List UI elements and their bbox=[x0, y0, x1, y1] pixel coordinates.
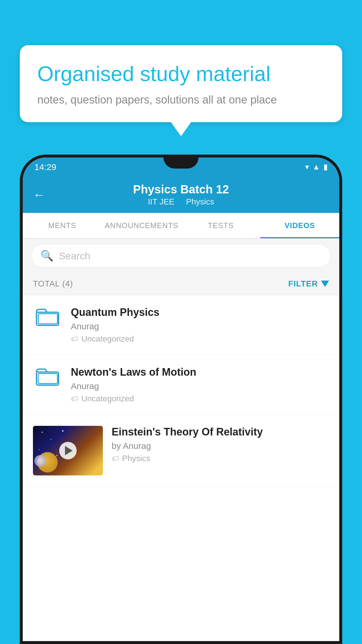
header-subtitle-physics: Physics bbox=[186, 197, 214, 206]
bubble-title: Organised study material bbox=[37, 61, 325, 86]
video-info: Einstein's Theory Of Relativity by Anura… bbox=[103, 426, 339, 463]
video-tag: 🏷 Uncategorized bbox=[71, 334, 329, 344]
folder-thumbnail bbox=[33, 366, 62, 386]
notch bbox=[164, 158, 198, 169]
tag-label: Uncategorized bbox=[81, 394, 134, 403]
speech-bubble: Organised study material notes, question… bbox=[20, 45, 342, 122]
tag-label: Uncategorized bbox=[81, 334, 134, 344]
phone-screen: 14:29 ▾ ▲ ▮ ← Physics Batch 12 IIT JEE P… bbox=[23, 158, 339, 641]
video-thumbnail bbox=[33, 426, 103, 475]
svg-rect-0 bbox=[36, 312, 59, 326]
video-title: Newton's Laws of Motion bbox=[71, 366, 329, 378]
app-header: ← Physics Batch 12 IIT JEE Physics bbox=[23, 176, 339, 213]
folder-icon bbox=[36, 306, 59, 327]
list-item[interactable]: Einstein's Theory Of Relativity by Anura… bbox=[23, 415, 339, 487]
search-input-wrap[interactable]: 🔍 Search bbox=[31, 244, 331, 267]
filter-icon bbox=[321, 281, 329, 287]
play-icon bbox=[65, 446, 73, 455]
tag-icon: 🏷 bbox=[112, 454, 119, 463]
tag-icon: 🏷 bbox=[71, 335, 78, 344]
battery-icon: ▮ bbox=[324, 162, 328, 172]
tab-bar: MENTS ANNOUNCEMENTS TESTS VIDEOS bbox=[23, 213, 339, 239]
tab-tests[interactable]: TESTS bbox=[181, 213, 260, 238]
list-item[interactable]: Newton's Laws of Motion Anurag 🏷 Uncateg… bbox=[23, 355, 339, 415]
status-bar: 14:29 ▾ ▲ ▮ bbox=[23, 158, 339, 176]
bubble-subtitle: notes, question papers, solutions all at… bbox=[37, 94, 325, 106]
back-button[interactable]: ← bbox=[33, 188, 45, 202]
tag-icon: 🏷 bbox=[71, 394, 78, 403]
svg-rect-2 bbox=[36, 372, 59, 385]
svg-rect-1 bbox=[38, 314, 57, 324]
search-icon: 🔍 bbox=[41, 250, 54, 262]
filter-button[interactable]: FILTER bbox=[288, 279, 329, 288]
video-author: by Anurag bbox=[112, 441, 331, 451]
wifi-icon: ▾ bbox=[305, 162, 309, 172]
header-title: Physics Batch 12 bbox=[133, 183, 229, 196]
video-title: Quantum Physics bbox=[71, 306, 329, 318]
folder-icon bbox=[36, 366, 59, 386]
video-tag: 🏷 Physics bbox=[112, 454, 331, 463]
header-subtitle: IIT JEE Physics bbox=[145, 197, 217, 206]
search-bar-container: 🔍 Search bbox=[23, 239, 339, 273]
header-subtitle-iitjee: IIT JEE bbox=[148, 197, 174, 206]
tag-label: Physics bbox=[122, 454, 150, 463]
phone-frame: 14:29 ▾ ▲ ▮ ← Physics Batch 12 IIT JEE P… bbox=[20, 155, 342, 644]
signal-icon: ▲ bbox=[312, 162, 320, 172]
list-item[interactable]: Quantum Physics Anurag 🏷 Uncategorized bbox=[23, 295, 339, 355]
video-list: Quantum Physics Anurag 🏷 Uncategorized bbox=[23, 295, 339, 487]
tab-ments[interactable]: MENTS bbox=[23, 213, 102, 238]
video-tag: 🏷 Uncategorized bbox=[71, 394, 329, 403]
video-author: Anurag bbox=[71, 321, 329, 331]
total-count: TOTAL (4) bbox=[33, 279, 73, 288]
tab-announcements[interactable]: ANNOUNCEMENTS bbox=[102, 213, 181, 238]
status-icons: ▾ ▲ ▮ bbox=[305, 162, 328, 172]
play-button[interactable] bbox=[59, 442, 77, 459]
search-placeholder: Search bbox=[59, 250, 90, 262]
status-time: 14:29 bbox=[34, 162, 56, 172]
video-author: Anurag bbox=[71, 381, 329, 391]
video-title: Einstein's Theory Of Relativity bbox=[112, 426, 331, 438]
filter-label: FILTER bbox=[288, 279, 318, 288]
filter-bar: TOTAL (4) FILTER bbox=[23, 273, 339, 295]
video-info: Quantum Physics Anurag 🏷 Uncategorized bbox=[71, 306, 329, 344]
svg-rect-3 bbox=[38, 374, 57, 384]
folder-thumbnail bbox=[33, 306, 62, 327]
tab-videos[interactable]: VIDEOS bbox=[260, 213, 339, 238]
video-info: Newton's Laws of Motion Anurag 🏷 Uncateg… bbox=[71, 366, 329, 403]
